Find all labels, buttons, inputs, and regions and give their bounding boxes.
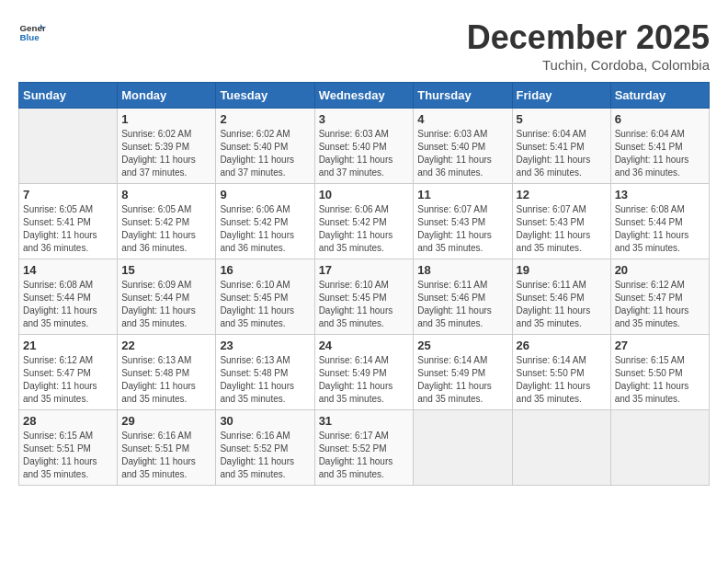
day-info: Sunrise: 6:04 AMSunset: 5:41 PMDaylight:… bbox=[517, 128, 607, 179]
calendar-cell: 30Sunrise: 6:16 AMSunset: 5:52 PMDayligh… bbox=[216, 410, 314, 486]
day-info: Sunrise: 6:10 AMSunset: 5:45 PMDaylight:… bbox=[220, 279, 310, 330]
day-info: Sunrise: 6:03 AMSunset: 5:40 PMDaylight:… bbox=[319, 128, 410, 179]
calendar-week-4: 28Sunrise: 6:15 AMSunset: 5:51 PMDayligh… bbox=[19, 410, 710, 486]
svg-text:Blue: Blue bbox=[20, 32, 40, 42]
weekday-header-monday: Monday bbox=[118, 83, 216, 109]
day-number: 29 bbox=[121, 414, 211, 428]
calendar-cell: 12Sunrise: 6:07 AMSunset: 5:43 PMDayligh… bbox=[512, 184, 610, 259]
calendar-cell: 7Sunrise: 6:05 AMSunset: 5:41 PMDaylight… bbox=[19, 184, 118, 259]
day-info: Sunrise: 6:17 AMSunset: 5:52 PMDaylight:… bbox=[319, 430, 410, 481]
day-info: Sunrise: 6:16 AMSunset: 5:52 PMDaylight:… bbox=[220, 430, 310, 481]
calendar-cell: 29Sunrise: 6:16 AMSunset: 5:51 PMDayligh… bbox=[118, 410, 216, 486]
month-title: December 2025 bbox=[467, 18, 710, 57]
day-info: Sunrise: 6:05 AMSunset: 5:41 PMDaylight:… bbox=[23, 203, 113, 255]
calendar-cell: 28Sunrise: 6:15 AMSunset: 5:51 PMDayligh… bbox=[19, 410, 118, 486]
calendar-cell: 1Sunrise: 6:02 AMSunset: 5:39 PMDaylight… bbox=[118, 109, 216, 184]
calendar-cell: 5Sunrise: 6:04 AMSunset: 5:41 PMDaylight… bbox=[512, 109, 610, 184]
day-number: 6 bbox=[615, 112, 705, 126]
day-info: Sunrise: 6:02 AMSunset: 5:40 PMDaylight:… bbox=[220, 128, 310, 179]
calendar-cell: 14Sunrise: 6:08 AMSunset: 5:44 PMDayligh… bbox=[19, 259, 118, 335]
calendar-cell: 16Sunrise: 6:10 AMSunset: 5:45 PMDayligh… bbox=[216, 259, 314, 335]
calendar-cell: 23Sunrise: 6:13 AMSunset: 5:48 PMDayligh… bbox=[216, 335, 314, 410]
calendar-cell: 11Sunrise: 6:07 AMSunset: 5:43 PMDayligh… bbox=[414, 184, 512, 259]
calendar-cell: 10Sunrise: 6:06 AMSunset: 5:42 PMDayligh… bbox=[314, 184, 414, 259]
calendar-cell: 24Sunrise: 6:14 AMSunset: 5:49 PMDayligh… bbox=[314, 335, 414, 410]
calendar-cell: 17Sunrise: 6:10 AMSunset: 5:45 PMDayligh… bbox=[314, 259, 414, 335]
weekday-header-wednesday: Wednesday bbox=[314, 83, 414, 109]
weekday-header-saturday: Saturday bbox=[610, 83, 709, 109]
day-number: 1 bbox=[121, 112, 211, 126]
calendar-cell: 25Sunrise: 6:14 AMSunset: 5:49 PMDayligh… bbox=[414, 335, 512, 410]
day-number: 19 bbox=[517, 263, 607, 277]
day-info: Sunrise: 6:04 AMSunset: 5:41 PMDaylight:… bbox=[615, 128, 705, 179]
day-info: Sunrise: 6:14 AMSunset: 5:49 PMDaylight:… bbox=[319, 354, 410, 406]
day-info: Sunrise: 6:11 AMSunset: 5:46 PMDaylight:… bbox=[517, 279, 607, 330]
calendar-cell: 18Sunrise: 6:11 AMSunset: 5:46 PMDayligh… bbox=[414, 259, 512, 335]
weekday-header-thursday: Thursday bbox=[414, 83, 512, 109]
day-number: 18 bbox=[417, 263, 507, 277]
calendar-cell: 26Sunrise: 6:14 AMSunset: 5:50 PMDayligh… bbox=[512, 335, 610, 410]
day-number: 30 bbox=[220, 414, 310, 428]
calendar-cell: 22Sunrise: 6:13 AMSunset: 5:48 PMDayligh… bbox=[118, 335, 216, 410]
calendar-cell: 31Sunrise: 6:17 AMSunset: 5:52 PMDayligh… bbox=[314, 410, 414, 486]
calendar-week-3: 21Sunrise: 6:12 AMSunset: 5:47 PMDayligh… bbox=[19, 335, 710, 410]
weekday-header-row: SundayMondayTuesdayWednesdayThursdayFrid… bbox=[19, 83, 710, 109]
day-number: 25 bbox=[417, 339, 507, 352]
calendar-cell: 21Sunrise: 6:12 AMSunset: 5:47 PMDayligh… bbox=[19, 335, 118, 410]
day-info: Sunrise: 6:11 AMSunset: 5:46 PMDaylight:… bbox=[417, 279, 507, 330]
day-info: Sunrise: 6:14 AMSunset: 5:49 PMDaylight:… bbox=[417, 354, 507, 406]
day-number: 26 bbox=[517, 339, 607, 352]
calendar-cell bbox=[414, 410, 512, 486]
day-number: 31 bbox=[319, 414, 410, 428]
day-number: 15 bbox=[121, 263, 211, 277]
calendar-cell: 13Sunrise: 6:08 AMSunset: 5:44 PMDayligh… bbox=[610, 184, 709, 259]
location: Tuchin, Cordoba, Colombia bbox=[467, 57, 710, 73]
day-number: 5 bbox=[517, 112, 607, 126]
day-info: Sunrise: 6:05 AMSunset: 5:42 PMDaylight:… bbox=[121, 203, 211, 255]
day-info: Sunrise: 6:15 AMSunset: 5:51 PMDaylight:… bbox=[23, 430, 113, 481]
day-number: 16 bbox=[220, 263, 310, 277]
day-number: 27 bbox=[615, 339, 705, 352]
day-number: 20 bbox=[615, 263, 705, 277]
day-info: Sunrise: 6:02 AMSunset: 5:39 PMDaylight:… bbox=[121, 128, 211, 179]
day-info: Sunrise: 6:12 AMSunset: 5:47 PMDaylight:… bbox=[23, 354, 113, 406]
day-info: Sunrise: 6:10 AMSunset: 5:45 PMDaylight:… bbox=[319, 279, 410, 330]
calendar-cell: 3Sunrise: 6:03 AMSunset: 5:40 PMDaylight… bbox=[314, 109, 414, 184]
day-info: Sunrise: 6:06 AMSunset: 5:42 PMDaylight:… bbox=[220, 203, 310, 255]
day-number: 8 bbox=[121, 188, 211, 201]
calendar-cell: 9Sunrise: 6:06 AMSunset: 5:42 PMDaylight… bbox=[216, 184, 314, 259]
calendar-cell: 15Sunrise: 6:09 AMSunset: 5:44 PMDayligh… bbox=[118, 259, 216, 335]
calendar-cell: 20Sunrise: 6:12 AMSunset: 5:47 PMDayligh… bbox=[610, 259, 709, 335]
calendar-cell: 6Sunrise: 6:04 AMSunset: 5:41 PMDaylight… bbox=[610, 109, 709, 184]
day-number: 11 bbox=[417, 188, 507, 201]
day-number: 4 bbox=[417, 112, 507, 126]
day-info: Sunrise: 6:07 AMSunset: 5:43 PMDaylight:… bbox=[417, 203, 507, 255]
day-number: 7 bbox=[23, 188, 113, 201]
day-number: 12 bbox=[517, 188, 607, 201]
day-info: Sunrise: 6:03 AMSunset: 5:40 PMDaylight:… bbox=[417, 128, 507, 179]
calendar-cell bbox=[19, 109, 118, 184]
day-number: 9 bbox=[220, 188, 310, 201]
day-number: 3 bbox=[319, 112, 410, 126]
day-number: 23 bbox=[220, 339, 310, 352]
calendar-cell bbox=[512, 410, 610, 486]
page-header: General Blue December 2025 Tuchin, Cordo… bbox=[18, 18, 710, 73]
calendar-cell: 8Sunrise: 6:05 AMSunset: 5:42 PMDaylight… bbox=[118, 184, 216, 259]
day-number: 10 bbox=[319, 188, 410, 201]
day-number: 14 bbox=[23, 263, 113, 277]
weekday-header-friday: Friday bbox=[512, 83, 610, 109]
day-info: Sunrise: 6:08 AMSunset: 5:44 PMDaylight:… bbox=[615, 203, 705, 255]
day-info: Sunrise: 6:06 AMSunset: 5:42 PMDaylight:… bbox=[319, 203, 410, 255]
calendar-week-1: 7Sunrise: 6:05 AMSunset: 5:41 PMDaylight… bbox=[19, 184, 710, 259]
calendar-cell: 19Sunrise: 6:11 AMSunset: 5:46 PMDayligh… bbox=[512, 259, 610, 335]
weekday-header-sunday: Sunday bbox=[19, 83, 118, 109]
calendar-table: SundayMondayTuesdayWednesdayThursdayFrid… bbox=[18, 82, 710, 486]
day-info: Sunrise: 6:08 AMSunset: 5:44 PMDaylight:… bbox=[23, 279, 113, 330]
day-number: 24 bbox=[319, 339, 410, 352]
title-section: December 2025 Tuchin, Cordoba, Colombia bbox=[467, 18, 710, 73]
day-number: 22 bbox=[121, 339, 211, 352]
calendar-week-2: 14Sunrise: 6:08 AMSunset: 5:44 PMDayligh… bbox=[19, 259, 710, 335]
day-info: Sunrise: 6:15 AMSunset: 5:50 PMDaylight:… bbox=[615, 354, 705, 406]
day-info: Sunrise: 6:12 AMSunset: 5:47 PMDaylight:… bbox=[615, 279, 705, 330]
weekday-header-tuesday: Tuesday bbox=[216, 83, 314, 109]
